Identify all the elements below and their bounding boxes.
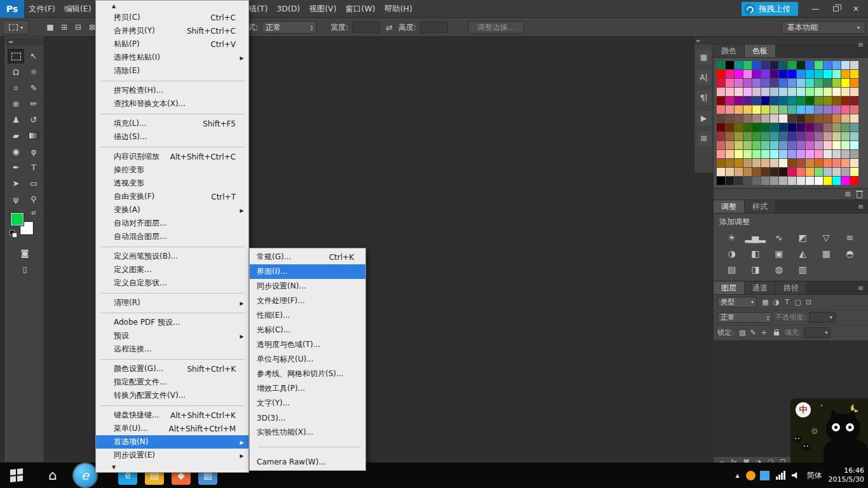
color-swatch[interactable]	[841, 168, 850, 176]
color-swatch[interactable]	[752, 70, 761, 78]
menu-item[interactable]: 定义图案... ▶	[96, 263, 248, 276]
menu-item[interactable]: 自由变换(F) Ctrl+T ▶	[96, 190, 248, 203]
color-swatch[interactable]	[824, 177, 832, 185]
color-swatch[interactable]	[788, 132, 796, 140]
color-swatch[interactable]	[752, 97, 761, 105]
clone-source-panel-icon[interactable]: ⊞	[696, 131, 712, 146]
submenu-item[interactable]: 实验性功能(X)...	[250, 425, 365, 440]
color-swatch[interactable]	[797, 141, 805, 149]
color-swatch[interactable]	[832, 132, 841, 140]
menu-item[interactable]: 清除(E) ▶	[96, 64, 248, 78]
color-swatch[interactable]	[797, 88, 805, 96]
color-swatch[interactable]	[717, 61, 725, 69]
submenu-item[interactable]: 常规(G)... Ctrl+K	[250, 250, 365, 264]
gradient-map-icon[interactable]: ▥	[798, 264, 806, 274]
color-swatch[interactable]	[797, 114, 805, 123]
filter-smart-objects-icon[interactable]: ⊡	[803, 298, 814, 306]
color-swatch[interactable]	[832, 114, 841, 123]
history-panel-icon[interactable]: ▦	[696, 50, 712, 65]
gradient-tool[interactable]	[25, 128, 42, 143]
color-swatch[interactable]	[824, 114, 832, 123]
color-swatch[interactable]	[735, 79, 743, 87]
color-swatch[interactable]	[841, 97, 850, 105]
menubar-item[interactable]: 窗口(W)	[341, 0, 380, 18]
color-swatch[interactable]	[779, 150, 787, 158]
color-swatch[interactable]	[824, 97, 832, 105]
color-lookup-icon[interactable]: ▦	[822, 248, 831, 259]
menu-item[interactable]: 拷贝(C) Ctrl+C ▶	[96, 11, 248, 24]
color-swatch[interactable]	[726, 123, 734, 132]
opacity-select[interactable]: ▾	[809, 312, 836, 323]
color-swatch[interactable]	[717, 168, 725, 176]
menu-item[interactable]: 拼写检查(H)... ▶	[96, 84, 248, 97]
color-swatch[interactable]	[735, 141, 743, 149]
color-swatch[interactable]	[797, 150, 805, 158]
color-swatch[interactable]	[850, 168, 858, 176]
upload-button[interactable]: 拖拽上传	[742, 2, 798, 16]
color-swatch[interactable]	[832, 88, 841, 96]
color-swatch[interactable]	[850, 97, 858, 105]
color-swatch[interactable]	[850, 141, 858, 149]
color-swatch[interactable]	[717, 88, 725, 96]
rectangle-tool[interactable]: ▭	[25, 176, 42, 191]
color-swatch[interactable]	[779, 141, 787, 149]
color-swatch[interactable]	[806, 177, 814, 185]
menu-item[interactable]: ▶	[96, 290, 248, 296]
color-swatch[interactable]	[815, 141, 823, 149]
subtract-from-selection-icon[interactable]: ⊟	[71, 20, 85, 34]
workspace-switcher[interactable]: 基本功能 ▾	[782, 21, 865, 34]
color-swatch[interactable]	[815, 132, 823, 140]
color-swatch[interactable]	[761, 150, 770, 158]
menu-item[interactable]: 首选项(N) ▶	[96, 435, 248, 449]
color-swatch[interactable]	[726, 150, 734, 158]
color-swatch[interactable]	[824, 88, 832, 96]
brush-tool[interactable]: ✏	[25, 97, 42, 111]
color-swatch[interactable]	[743, 177, 752, 185]
threshold-icon[interactable]: ◨	[751, 264, 759, 274]
color-swatch[interactable]	[788, 79, 796, 87]
color-swatch[interactable]	[824, 132, 832, 140]
color-swatch[interactable]	[726, 88, 734, 96]
rectangular-marquee-tool[interactable]	[8, 49, 24, 64]
color-swatch[interactable]	[726, 97, 734, 105]
lock-all-icon[interactable]	[774, 332, 779, 336]
exposure-icon[interactable]: ◩	[798, 233, 806, 243]
color-swatch[interactable]	[779, 123, 787, 132]
menu-item[interactable]: ▶	[96, 111, 248, 117]
panel-tab[interactable]: 调整	[714, 200, 745, 213]
submenu-item[interactable]: Camera Raw(W)...	[250, 454, 365, 469]
color-swatch[interactable]	[717, 159, 725, 167]
color-swatch[interactable]	[797, 79, 805, 87]
hidden-icons-chevron[interactable]: ▲	[735, 473, 739, 478]
color-swatch[interactable]	[735, 88, 743, 96]
color-swatch[interactable]	[788, 177, 796, 185]
submenu-item[interactable]: 3D(3)...	[250, 410, 365, 425]
browser-icon[interactable]: e	[74, 464, 97, 487]
color-swatch[interactable]	[770, 88, 778, 96]
color-swatch[interactable]	[735, 123, 743, 132]
color-swatch[interactable]	[779, 97, 787, 105]
menu-item[interactable]: 自动对齐图层... ▶	[96, 217, 248, 230]
color-swatch[interactable]	[761, 70, 770, 78]
color-swatch[interactable]	[779, 79, 787, 87]
menu-item[interactable]: 选择性粘贴(I) ▶	[96, 51, 248, 64]
color-swatch[interactable]	[743, 105, 752, 114]
tray-app-icon[interactable]	[760, 471, 770, 480]
color-swatch[interactable]	[761, 105, 770, 114]
submenu-item[interactable]: 文字(Y)...	[250, 396, 365, 410]
menu-item[interactable]: 定义画笔预设(B)... ▶	[96, 250, 248, 263]
color-swatch[interactable]	[806, 159, 814, 167]
color-swatch[interactable]	[752, 132, 761, 140]
submenu-item[interactable]: 参考线、网格和切片(S)...	[250, 367, 365, 381]
new-swatch-icon[interactable]: ⊞	[845, 190, 851, 198]
menubar-item[interactable]: 3D(D)	[272, 0, 304, 18]
menu-item[interactable]: 转换为配置文件(V)... ▶	[96, 389, 248, 402]
vibrance-icon[interactable]: ▽	[823, 233, 830, 243]
color-swatch[interactable]	[850, 79, 858, 87]
color-swatch[interactable]	[735, 70, 743, 78]
color-swatch[interactable]	[735, 132, 743, 140]
menu-item[interactable]: 内容识别缩放 Alt+Shift+Ctrl+C ▶	[96, 150, 248, 163]
color-swatch[interactable]	[806, 88, 814, 96]
filter-shape-layers-icon[interactable]: ▢	[792, 298, 803, 306]
color-swatch[interactable]	[779, 159, 787, 167]
